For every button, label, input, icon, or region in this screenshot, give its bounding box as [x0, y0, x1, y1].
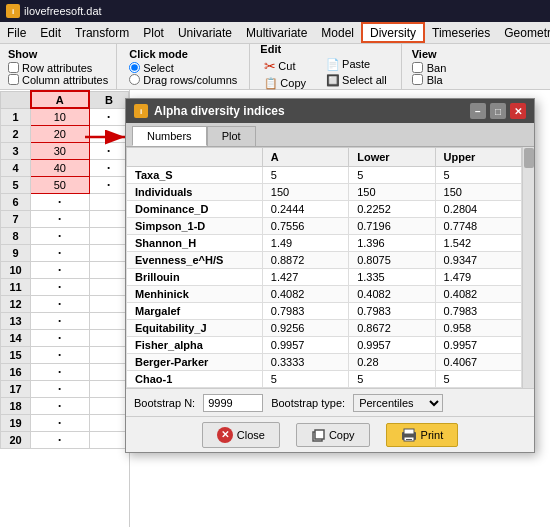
menu-model[interactable]: Model [314, 22, 361, 43]
cell-b[interactable] [89, 397, 129, 414]
dialog-title: Alpha diversity indices [154, 104, 285, 118]
print-icon [401, 428, 417, 442]
cell-a[interactable]: • [31, 261, 90, 278]
cell-a[interactable]: • [31, 329, 90, 346]
dialog-minimize-button[interactable]: − [470, 103, 486, 119]
cell-a[interactable]: • [31, 380, 90, 397]
cell-b[interactable]: • [89, 108, 129, 125]
cut-button[interactable]: ✂ Cut [260, 57, 310, 75]
cell-b[interactable] [89, 312, 129, 329]
row-number: 5 [1, 176, 31, 193]
title-bar: i ilovefreesoft.dat [0, 0, 550, 22]
select-radio[interactable]: Select [129, 62, 237, 74]
cell-b[interactable] [89, 346, 129, 363]
metric-name: Brillouin [127, 269, 263, 286]
cell-b[interactable]: • [89, 142, 129, 159]
copy-button[interactable]: 📋 Copy [260, 76, 310, 91]
cell-a[interactable]: • [31, 363, 90, 380]
cell-a[interactable]: • [31, 210, 90, 227]
cell-a[interactable]: • [31, 278, 90, 295]
dialog-copy-button[interactable]: Copy [296, 423, 370, 447]
cell-b[interactable] [89, 261, 129, 278]
value-lower: 0.8672 [349, 320, 435, 337]
table-row: 10• [1, 261, 129, 278]
col-attributes-check[interactable]: Column attributes [8, 74, 108, 86]
cell-b[interactable] [89, 380, 129, 397]
cell-b[interactable] [89, 210, 129, 227]
row-number: 14 [1, 329, 31, 346]
cell-b[interactable] [89, 278, 129, 295]
value-a: 150 [262, 184, 348, 201]
table-row: 20• [1, 431, 129, 448]
metric-name: Berger-Parker [127, 354, 263, 371]
paste-button[interactable]: 📄 Paste [322, 57, 391, 72]
cell-b[interactable] [89, 227, 129, 244]
cell-a[interactable]: 10 [31, 108, 90, 125]
cell-a[interactable]: • [31, 193, 90, 210]
cell-b[interactable] [89, 414, 129, 431]
value-upper: 5 [435, 167, 521, 184]
copy-icon [311, 428, 325, 442]
cell-a[interactable]: 50 [31, 176, 90, 193]
menu-edit[interactable]: Edit [33, 22, 68, 43]
table-row: 220• [1, 125, 129, 142]
drag-radio[interactable]: Drag rows/columns [129, 74, 237, 86]
cell-a[interactable]: • [31, 431, 90, 448]
value-upper: 0.958 [435, 320, 521, 337]
cell-b[interactable] [89, 193, 129, 210]
row-number: 12 [1, 295, 31, 312]
menu-plot[interactable]: Plot [136, 22, 171, 43]
cell-b[interactable] [89, 431, 129, 448]
cell-b[interactable] [89, 244, 129, 261]
menu-diversity[interactable]: Diversity [361, 22, 425, 43]
cell-a[interactable]: 20 [31, 125, 90, 142]
bootstrap-n-input[interactable] [203, 394, 263, 412]
value-upper: 0.7748 [435, 218, 521, 235]
cell-a[interactable]: • [31, 295, 90, 312]
row-number: 6 [1, 193, 31, 210]
cell-a[interactable]: 40 [31, 159, 90, 176]
cell-b[interactable] [89, 363, 129, 380]
dialog-table-row: Menhinick0.40820.40820.4082 [127, 286, 522, 303]
metric-name: Taxa_S [127, 167, 263, 184]
menu-multivariate[interactable]: Multivariate [239, 22, 314, 43]
cell-b[interactable] [89, 329, 129, 346]
show-label: Show [8, 48, 108, 60]
value-a: 0.9256 [262, 320, 348, 337]
metric-name: Individuals [127, 184, 263, 201]
cell-b[interactable]: • [89, 176, 129, 193]
cell-a[interactable]: • [31, 312, 90, 329]
select-all-button[interactable]: 🔲 Select all [322, 73, 391, 88]
cell-a[interactable]: 30 [31, 142, 90, 159]
row-number: 13 [1, 312, 31, 329]
dialog-table-row: Chao-1555 [127, 371, 522, 388]
bootstrap-type-select[interactable]: Percentiles BCa Normal [353, 394, 443, 412]
metric-name: Menhinick [127, 286, 263, 303]
menu-univariate[interactable]: Univariate [171, 22, 239, 43]
cell-a[interactable]: • [31, 227, 90, 244]
dialog-maximize-button[interactable]: □ [490, 103, 506, 119]
dialog-print-button[interactable]: Print [386, 423, 459, 447]
dialog-close-button[interactable]: ✕ [510, 103, 526, 119]
dialog-buttons-bar: ✕ Close Copy Print [126, 416, 534, 452]
table-row: 6• [1, 193, 129, 210]
dialog-close-action-button[interactable]: ✕ Close [202, 422, 280, 448]
menu-geometry[interactable]: Geometry [497, 22, 550, 43]
row-attributes-check[interactable]: Row attributes [8, 62, 108, 74]
cell-a[interactable]: • [31, 346, 90, 363]
menu-timeseries[interactable]: Timeseries [425, 22, 497, 43]
cell-a[interactable]: • [31, 397, 90, 414]
dialog-scrollbar[interactable] [522, 147, 534, 388]
row-number: 9 [1, 244, 31, 261]
cell-b[interactable]: • [89, 159, 129, 176]
cell-a[interactable]: • [31, 414, 90, 431]
menu-file[interactable]: File [0, 22, 33, 43]
tab-plot[interactable]: Plot [207, 126, 256, 146]
tab-numbers[interactable]: Numbers [132, 126, 207, 146]
cell-b[interactable]: • [89, 125, 129, 142]
table-row: 16• [1, 363, 129, 380]
cell-a[interactable]: • [31, 244, 90, 261]
menu-transform[interactable]: Transform [68, 22, 136, 43]
cell-b[interactable] [89, 295, 129, 312]
row-number: 2 [1, 125, 31, 142]
